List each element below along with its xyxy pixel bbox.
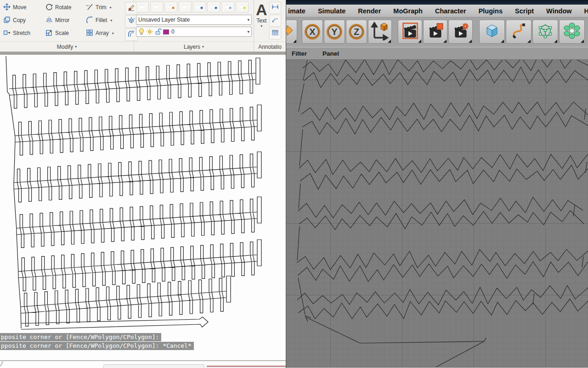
chevron-down-icon: ▾ — [110, 18, 112, 23]
annotation-panel: A Text ▾ Annotatio — [254, 0, 286, 52]
mirror-button[interactable]: Mirror — [44, 15, 85, 26]
menu-item-render[interactable]: Render — [358, 7, 381, 15]
comb-band — [21, 276, 231, 326]
autocad-drawing-canvas[interactable]: pposite corner or [Fence/WPolygon/CPolyg… — [0, 52, 286, 368]
axis-lock-y-button[interactable]: Y — [324, 20, 345, 44]
layer-walk-button[interactable] — [164, 1, 177, 12]
previous-layer-icon — [181, 2, 190, 12]
layer-dropdown[interactable]: 0 ▾ — [136, 27, 252, 37]
annotation-side-buttons — [269, 1, 281, 41]
annotation-panel-label[interactable]: Annotatio — [254, 41, 286, 52]
layer-states-button[interactable] — [150, 1, 163, 12]
tool-label: Copy — [13, 17, 26, 23]
render-to-picture-viewer-button[interactable] — [423, 20, 447, 44]
fillet-button[interactable]: Fillet▾ — [85, 15, 124, 26]
render-view-button[interactable] — [398, 20, 422, 44]
tool-label: Rotate — [55, 4, 71, 11]
viewport-menu-bar: FilterPanel — [286, 47, 588, 60]
axis-lock-z-button[interactable]: Z — [346, 20, 367, 44]
command-window-edge — [207, 366, 286, 368]
layers-panel-label[interactable]: Layers ▾ — [134, 41, 254, 52]
text-tool-label: Text — [256, 17, 266, 24]
array-button[interactable]: Array▾ — [85, 28, 124, 39]
comb-band — [17, 197, 261, 247]
layer-color-swatch — [163, 29, 169, 34]
stretch-button[interactable]: Stretch — [2, 28, 44, 39]
previous-layer-button[interactable] — [179, 1, 192, 12]
scale-button[interactable]: Scale — [44, 28, 85, 39]
linear-dimension-icon — [271, 3, 279, 12]
chevron-down-icon: ▾ — [112, 31, 114, 35]
viewport-menu-filter[interactable]: Filter — [292, 50, 307, 57]
arrow-icon — [286, 22, 294, 42]
menu-item-imate[interactable]: imate — [288, 7, 305, 15]
coordinate-system-button[interactable] — [368, 20, 392, 44]
layer-freeze-icon — [223, 2, 232, 12]
menu-item-mograph[interactable]: MoGraph — [393, 7, 423, 15]
tool-label: Trim — [96, 4, 107, 11]
layer-off-icon — [237, 2, 247, 12]
rotate-icon — [45, 3, 53, 12]
rotate-button[interactable]: Rotate — [44, 2, 85, 13]
modify-panel: MoveRotateTrim▾CopyMirrorFillet▾StretchS… — [0, 0, 134, 52]
layer-isolate-button[interactable] — [193, 1, 206, 12]
command-input-box[interactable] — [103, 364, 204, 368]
c4d-menu-bar: imateSimulateRenderMoGraphCharacterPlugi… — [286, 5, 588, 17]
menu-item-simulate[interactable]: Simulate — [318, 7, 345, 15]
menu-item-plugins[interactable]: Plugins — [479, 7, 503, 15]
menu-item-h[interactable]: H — [584, 7, 588, 15]
multileader-button[interactable] — [269, 15, 281, 27]
command-history-line: pposite corner or [Fence/WPolygon/CPolyg… — [0, 342, 194, 350]
layer-state-dropdown[interactable]: Unsaved Layer State ▾ — [136, 15, 252, 25]
layer-properties-button[interactable] — [136, 1, 149, 12]
edit-render-settings-button[interactable] — [448, 20, 473, 44]
layer-state-value: Unsaved Layer State — [138, 17, 248, 23]
title-bar[interactable] — [286, 0, 588, 5]
move-button[interactable]: Move — [2, 2, 44, 13]
submenu-corner-icon — [581, 40, 584, 43]
tool-label: Mirror — [55, 17, 69, 23]
modify-panel-label[interactable]: Modify ▾ — [0, 41, 134, 52]
comb-band — [9, 58, 260, 108]
partial-tool-button[interactable] — [286, 20, 297, 44]
chevron-down-icon: ▾ — [75, 45, 77, 49]
menu-item-script[interactable]: Script — [515, 7, 534, 15]
layer-freeze-button[interactable] — [221, 1, 234, 12]
c4d-viewport[interactable] — [286, 60, 588, 367]
linear-dimension-button[interactable] — [269, 2, 281, 14]
layer-walk-icon — [166, 2, 175, 12]
tool-label: Fillet — [96, 17, 107, 23]
layer-unisolate-button[interactable] — [207, 1, 220, 12]
chevron-down-icon: ▾ — [260, 24, 262, 28]
text-tool[interactable]: A Text ▾ — [256, 1, 267, 41]
menu-item-character[interactable]: Character — [435, 7, 466, 15]
multileader-icon — [271, 16, 279, 25]
add-spline-button[interactable] — [506, 20, 531, 44]
layer-off-button[interactable] — [236, 1, 249, 12]
comb-band — [14, 152, 261, 202]
submenu-corner-icon — [554, 40, 557, 43]
layer-isolate-icon — [195, 2, 204, 12]
move-icon — [3, 3, 11, 12]
viewport-menu-panel[interactable]: Panel — [322, 50, 339, 57]
command-history-line: pposite corner or [Fence/WPolygon/CPolyg… — [0, 333, 161, 341]
chevron-down-icon: ▾ — [110, 6, 112, 10]
copy-button[interactable]: Copy — [2, 15, 44, 26]
array-object-button[interactable] — [559, 20, 585, 44]
scale-icon — [45, 29, 53, 38]
render-view-icon — [402, 23, 418, 41]
layers-panel-title: Layers — [184, 44, 200, 50]
axis-ring-icon: X — [305, 24, 320, 40]
sun-icon — [146, 28, 153, 35]
layers-icon-row — [136, 1, 252, 13]
add-cube-button[interactable] — [479, 20, 505, 44]
axes-icon — [371, 21, 389, 42]
table-button[interactable] — [269, 28, 281, 40]
submenu-corner-icon — [469, 40, 472, 43]
trim-button[interactable]: Trim▾ — [85, 2, 124, 13]
menu-item-window[interactable]: Window — [546, 7, 571, 15]
text-tool-icon: A — [256, 2, 267, 17]
axis-lock-x-button[interactable]: X — [302, 20, 323, 44]
make-editable-button[interactable] — [532, 20, 558, 44]
tool-label: Stretch — [13, 30, 30, 36]
